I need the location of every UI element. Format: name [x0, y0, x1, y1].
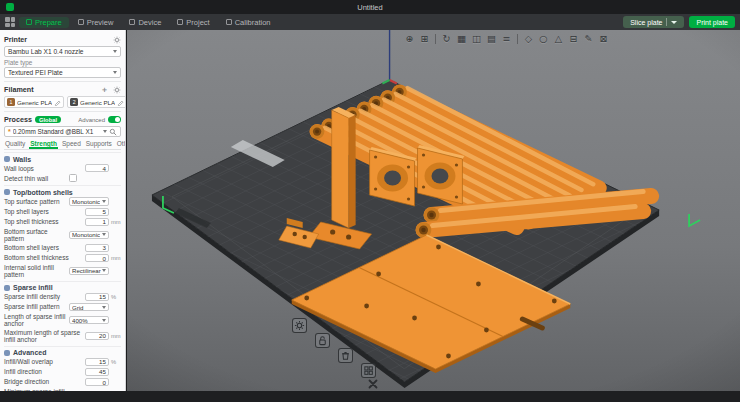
printer-preset-value: Bambu Lab X1 0.4 nozzle — [8, 48, 113, 55]
tab-supports[interactable]: Supports — [85, 140, 113, 147]
toolbar-scale-button[interactable]: △ — [552, 32, 565, 46]
process-scope-badge[interactable]: Global — [35, 116, 61, 123]
setting-label: Top surface pattern — [4, 198, 69, 205]
filament-section-header: Filament ＋ — [4, 81, 121, 94]
select-value: Grid — [72, 304, 84, 311]
search-icon[interactable] — [109, 128, 117, 136]
process-preset-select[interactable]: * 0.20mm Standard @BBL X1 — [4, 126, 121, 137]
tab-strength[interactable]: Strength — [29, 140, 58, 147]
advanced-toggle-label: Advanced — [78, 117, 105, 123]
setting-label: Bottom shell layers — [4, 244, 85, 251]
toolbar-add-plate-button[interactable]: ⊞ — [418, 32, 431, 46]
tab-others[interactable]: Others — [116, 140, 126, 147]
setting-label: Bottom surface pattern — [4, 228, 69, 243]
filament-name: Generic PLA — [80, 99, 115, 106]
viewport-3d[interactable]: ⊕ ⊞ ↻ ▦ ◫ ▤ ≡ ◇ ○ △ ⊟ ✎ ⊠ — [127, 30, 740, 391]
toolbar-rotate-button[interactable]: ○ — [537, 32, 550, 46]
tab-project[interactable]: Project — [170, 17, 216, 28]
edit-filament-icon[interactable] — [117, 99, 124, 106]
plate-arrange-button[interactable] — [361, 363, 376, 378]
setting-select[interactable]: Monotonic — [69, 197, 109, 206]
toolbar-move-button[interactable]: ◇ — [522, 32, 535, 46]
toolbar-variable-layer-button[interactable]: ≡ — [500, 32, 513, 46]
printer-settings-gear-icon[interactable] — [112, 35, 121, 44]
process-header-label: Process — [4, 115, 32, 124]
filament-slot-1[interactable]: 1 Generic PLA — [4, 96, 64, 108]
setting-select[interactable]: Grid — [69, 303, 109, 312]
toolbar-text-button[interactable]: ⊠ — [597, 32, 610, 46]
plate-type-select[interactable]: Textured PEI Plate — [4, 67, 121, 78]
toolbar-mirror-button[interactable]: ⊟ — [567, 32, 580, 46]
tab-label: Prepare — [35, 18, 62, 27]
chevron-down-icon — [102, 319, 106, 322]
group-title: Advanced — [13, 349, 46, 356]
setting-select[interactable]: Monotonic — [69, 231, 109, 240]
app-window: Untitled Prepare Preview Device Project … — [0, 0, 740, 402]
setting-input[interactable]: 5 — [85, 208, 109, 217]
tab-speed[interactable]: Speed — [61, 140, 82, 147]
setting-row: Top shell thickness 1 mm — [4, 217, 121, 226]
button-divider — [666, 18, 667, 26]
setting-row: Detect thin wall — [4, 174, 121, 183]
settings-group-walls[interactable]: Walls — [4, 152, 121, 163]
plate-close-icon[interactable] — [367, 378, 379, 390]
settings-sidebar: Printer Bambu Lab X1 0.4 nozzle Plate ty… — [0, 30, 126, 391]
app-menu-icon[interactable] — [5, 17, 15, 27]
filament-name: Generic PLA — [17, 99, 52, 106]
filament-slot-2[interactable]: 2 Generic PLA — [67, 96, 126, 108]
add-filament-icon[interactable]: ＋ — [100, 85, 109, 94]
print-plate-button[interactable]: Print plate — [689, 16, 735, 28]
setting-input[interactable]: 0 — [85, 254, 109, 263]
setting-select[interactable]: Rectilinear — [69, 267, 109, 276]
toolbar-arrange-button[interactable]: ▦ — [455, 32, 468, 46]
tab-prepare[interactable]: Prepare — [19, 17, 69, 28]
advanced-toggle[interactable] — [108, 116, 121, 123]
toolbar-split-objects-button[interactable]: ◫ — [470, 32, 483, 46]
plate-lock-button[interactable] — [315, 333, 330, 348]
tab-calibration[interactable]: Calibration — [219, 17, 278, 28]
plate-settings-button[interactable] — [292, 318, 307, 333]
setting-label: Top shell layers — [4, 208, 85, 215]
setting-checkbox[interactable] — [69, 174, 77, 182]
setting-row: Length of sparse infill anchor 400% — [4, 313, 121, 328]
setting-input[interactable]: 4 — [85, 164, 109, 173]
filament-settings-gear-icon[interactable] — [112, 85, 121, 94]
setting-row: Top surface pattern Monotonic — [4, 197, 121, 206]
settings-group-sparse-infill[interactable]: Sparse infill — [4, 281, 121, 292]
settings-group-advanced[interactable]: Advanced — [4, 346, 121, 357]
setting-input[interactable]: 1 — [85, 218, 109, 227]
setting-select[interactable]: 400% — [69, 316, 109, 325]
title-bar: Untitled — [0, 0, 740, 14]
chevron-down-icon — [102, 306, 106, 309]
chevron-down-icon[interactable] — [671, 21, 677, 24]
slice-plate-button[interactable]: Slice plate — [623, 16, 684, 28]
setting-label: Wall loops — [4, 165, 85, 172]
tab-device[interactable]: Device — [122, 17, 168, 28]
group-title: Sparse infill — [13, 284, 53, 291]
setting-input[interactable]: 15 — [85, 293, 109, 302]
setting-row: Top shell layers 5 — [4, 207, 121, 216]
setting-input[interactable]: 3 — [85, 244, 109, 253]
setting-input[interactable]: 0 — [85, 378, 109, 387]
viewport-toolbar: ⊕ ⊞ ↻ ▦ ◫ ▤ ≡ ◇ ○ △ ⊟ ✎ ⊠ — [403, 32, 610, 46]
app-logo — [6, 3, 14, 11]
printer-preset-select[interactable]: Bambu Lab X1 0.4 nozzle — [4, 46, 121, 57]
edit-filament-icon[interactable] — [54, 99, 61, 106]
toolbar-split-parts-button[interactable]: ▤ — [485, 32, 498, 46]
settings-group-shells[interactable]: Top/bottom shells — [4, 185, 121, 196]
toolbar-paint-button[interactable]: ✎ — [582, 32, 595, 46]
setting-input[interactable]: 45 — [85, 368, 109, 377]
toolbar-add-button[interactable]: ⊕ — [403, 32, 416, 46]
status-bar — [0, 391, 740, 402]
plate-delete-button[interactable] — [338, 348, 353, 363]
setting-input[interactable]: 15 — [85, 358, 109, 367]
tab-preview[interactable]: Preview — [71, 17, 121, 28]
toolbar-auto-orient-button[interactable]: ↻ — [440, 32, 453, 46]
setting-input[interactable]: 20 — [85, 332, 109, 341]
setting-label: Sparse infill density — [4, 293, 85, 300]
plate-type-value: Textured PEI Plate — [8, 69, 113, 76]
group-title: Walls — [13, 156, 31, 163]
tab-quality[interactable]: Quality — [4, 140, 26, 147]
select-value: Monotonic — [72, 231, 100, 238]
setting-row: Bridge direction 0 — [4, 378, 121, 387]
